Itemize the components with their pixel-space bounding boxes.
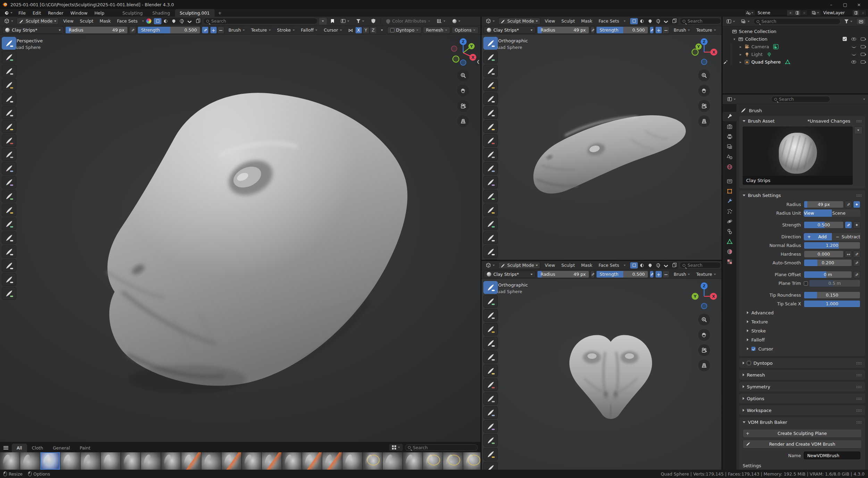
outliner-search-input[interactable] [761, 19, 837, 24]
outliner-filter-mode-button[interactable] [739, 18, 752, 25]
menu-item[interactable]: Edit [29, 9, 44, 17]
shelf-search-input[interactable] [413, 445, 475, 450]
scene-browse-button[interactable] [745, 11, 755, 15]
brush-add-button[interactable]: + [655, 26, 662, 34]
brush-asset-thumbnail[interactable] [443, 452, 463, 470]
mode-selector[interactable]: Sculpt Mode [498, 18, 540, 25]
paint-globe-toggle[interactable] [178, 18, 185, 24]
shading-sphere-dropdown[interactable] [450, 18, 463, 25]
editor-type-button[interactable] [2, 18, 15, 25]
visibility-eye-icon[interactable] [851, 38, 856, 41]
brush-menu-dropdown[interactable]: Brush [671, 271, 693, 278]
zoom-button[interactable] [457, 69, 469, 81]
viewport-menu-item[interactable]: View [542, 263, 558, 268]
tool-button[interactable] [483, 120, 498, 133]
create-sculpting-plane-button[interactable]: + Create Sculpting Plane [743, 429, 862, 438]
camera-view-button[interactable] [698, 100, 710, 112]
brush-asset-thumbnail[interactable] [302, 452, 322, 470]
editor-type-button[interactable] [484, 18, 497, 25]
tool-button[interactable] [2, 37, 16, 50]
stretch-toggle[interactable] [845, 250, 852, 258]
pressure-toggle[interactable] [853, 259, 860, 266]
segment-option[interactable]: −Subtract [832, 233, 860, 240]
brush-asset-thumbnail[interactable] [342, 452, 362, 470]
viewport-top-canvas[interactable]: User Orthographic (1) Quad Sphere Z Y X [482, 35, 721, 260]
perspective-toggle-button[interactable] [698, 360, 710, 371]
tool-button[interactable] [483, 245, 498, 258]
viewport-menu-item[interactable]: Mask [578, 263, 595, 268]
tool-button[interactable] [483, 148, 498, 161]
new-scene-button[interactable] [794, 10, 801, 16]
tool-button[interactable] [2, 51, 16, 64]
menu-item[interactable]: Window [67, 9, 91, 17]
strength-pressure-toggle[interactable] [202, 26, 209, 34]
shelf-tab[interactable]: Paint [75, 444, 95, 452]
paint-sphere-toggle[interactable] [162, 18, 169, 24]
tool-button[interactable] [2, 92, 16, 105]
radius-pressure-toggle[interactable] [591, 26, 595, 34]
collapsed-panel-header[interactable]: Workspace [739, 405, 865, 415]
tool-button[interactable] [483, 351, 498, 363]
brush-menu-dropdown[interactable]: Stroke [719, 271, 721, 278]
radius-slider[interactable]: 49 px [804, 201, 844, 208]
expander-icon[interactable]: ▾ [732, 37, 736, 41]
tool-button[interactable] [483, 162, 498, 175]
tool-button[interactable] [483, 176, 498, 189]
radius-slider[interactable]: Radius49 px [537, 271, 589, 278]
segment-option[interactable]: Scene [832, 209, 860, 217]
brush-asset-thumbnail[interactable] [121, 452, 141, 470]
brush-menu-dropdown[interactable]: Falloff [298, 27, 320, 34]
snapping-button[interactable] [368, 18, 378, 25]
paint-square-toggle[interactable] [630, 262, 638, 269]
tool-button[interactable] [483, 37, 498, 50]
expander-icon[interactable]: ▸ [738, 60, 743, 64]
brush-menu-dropdown[interactable]: Cursor [321, 27, 344, 34]
strength-pressure-toggle[interactable] [650, 271, 654, 278]
render-visibility-camera-icon[interactable] [861, 60, 865, 64]
sidebar-collapse-arrow[interactable]: ❮ [476, 58, 481, 65]
visibility-eye-icon[interactable] [851, 60, 856, 64]
radius-slider[interactable]: Radius49 px [65, 26, 128, 34]
brush-asset-thumbnail[interactable] [262, 452, 282, 470]
vdm-name-input[interactable]: NewVDMBrush [804, 452, 860, 459]
segment-option[interactable]: +Add [804, 233, 832, 240]
delete-view-layer-button[interactable]: × [859, 10, 866, 16]
properties-tab[interactable] [723, 217, 736, 226]
tool-button[interactable] [483, 106, 498, 119]
mode-selector[interactable]: Sculpt Mode [17, 18, 59, 25]
outliner-row-quad-sphere[interactable]: ▸Quad Sphere [723, 58, 868, 66]
dyntopo-dropdown[interactable]: Dyntopo [387, 27, 422, 34]
paint-brush-toggle[interactable] [662, 262, 670, 269]
collapsed-panel-header[interactable]: Dyntopo [739, 358, 865, 368]
brush-menu-dropdown[interactable]: Texture [693, 271, 719, 278]
brush-asset-thumbnail[interactable] [242, 452, 261, 470]
brush-add-button[interactable]: + [655, 271, 662, 278]
tool-button[interactable] [483, 79, 498, 91]
plane-trim-slider[interactable]: 0.5 m [809, 280, 860, 287]
tool-settings-toggle[interactable] [319, 18, 327, 25]
tool-button[interactable] [483, 392, 498, 405]
brush-asset-thumbnail[interactable] [362, 452, 382, 470]
render-visibility-camera-icon[interactable] [861, 38, 865, 41]
dyntopo-checkbox[interactable] [390, 28, 394, 32]
pressure-toggle[interactable] [853, 271, 860, 278]
paint-pages-toggle[interactable] [670, 262, 678, 269]
tool-button[interactable] [2, 287, 16, 300]
panel-grip[interactable] [856, 194, 862, 197]
workspace-tab[interactable]: Shading [148, 9, 175, 17]
tool-button[interactable] [2, 106, 16, 119]
visibility-eye-closed-icon[interactable] [852, 53, 856, 56]
pressure-toggle[interactable] [845, 201, 852, 208]
blender-menu-button[interactable] [1, 9, 15, 17]
collapsed-panel-header[interactable]: Symmetry [739, 382, 865, 392]
viewport-menu-item[interactable]: Face Sets [595, 263, 622, 268]
zoom-button[interactable] [698, 314, 710, 325]
tool-button[interactable] [483, 134, 498, 147]
mode-selector[interactable]: Sculpt Mode [498, 262, 540, 269]
brush-asset-thumbnail[interactable] [161, 452, 181, 470]
strength-slider[interactable]: Strength0.500 [596, 271, 648, 278]
symmetry-axis-toggle[interactable]: X [355, 27, 362, 34]
pressure-toggle[interactable] [853, 250, 860, 258]
panel-grip[interactable] [856, 374, 862, 376]
filter-dropdown[interactable] [353, 18, 367, 25]
